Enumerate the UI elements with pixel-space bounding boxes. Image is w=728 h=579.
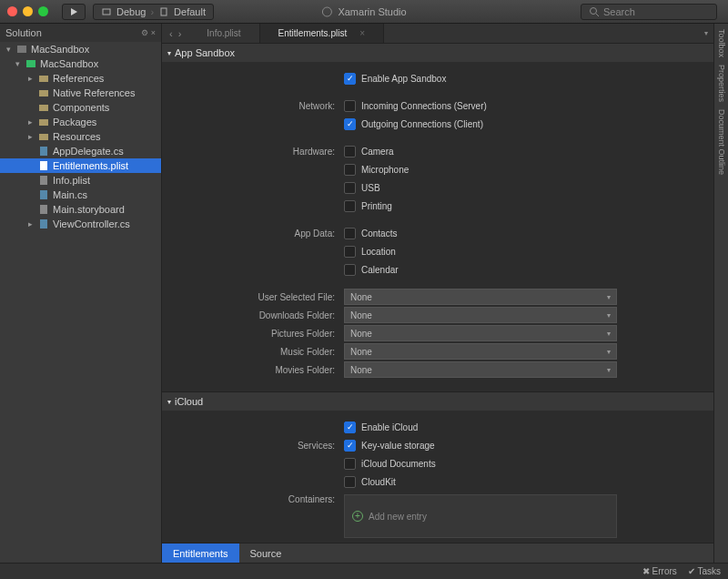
folder-packages[interactable]: ▸Packages [0,115,161,129]
movies-folder-select[interactable]: None▾ [344,361,617,378]
section-icloud-header[interactable]: ▾iCloud [162,392,713,411]
svg-rect-1 [103,9,110,15]
svg-marker-0 [71,8,77,15]
downloads-folder-label: Downloads Folder: [162,310,344,320]
folder-native-references[interactable]: Native References [0,86,161,100]
camera-checkbox[interactable] [344,146,356,157]
tab-info-plist[interactable]: Info.plist [188,24,259,43]
editor-tabbar: ‹› Info.plist Entitlements.plist× ▾ [162,24,713,44]
pictures-folder-label: Pictures Folder: [162,329,344,339]
nav-back-button[interactable]: ‹ [169,28,173,39]
user-selected-file-select[interactable]: None▾ [344,289,617,305]
nav-forward-button[interactable]: › [178,28,182,39]
file-info-plist[interactable]: Info.plist [0,173,161,188]
hardware-label: Hardware: [162,147,344,157]
file-main-storyboard[interactable]: Main.storyboard [0,202,161,217]
icloud-services-label: Services: [162,441,344,451]
svg-rect-13 [40,147,47,156]
minimize-window-button[interactable] [23,6,33,16]
svg-line-5 [596,14,599,16]
svg-rect-8 [39,76,48,82]
solution-pad: Solution⚙ × ▾MacSandbox ▾MacSandbox ▸Ref… [0,24,162,563]
view-switcher: Entitlements Source [162,543,713,563]
maximize-window-button[interactable] [38,6,48,16]
usb-checkbox[interactable] [344,182,356,194]
close-tab-icon[interactable]: × [359,28,365,38]
app-icon [321,6,332,17]
svg-rect-9 [39,90,48,96]
file-entitlements-plist[interactable]: Entitlements.plist [0,158,161,173]
key-value-storage-checkbox[interactable] [344,440,356,452]
file-main-cs[interactable]: Main.cs [0,188,161,202]
icloud-containers-label: Containers: [162,494,344,504]
app-title: Xamarin Studio [338,6,406,17]
location-checkbox[interactable] [344,246,356,258]
icloud-documents-checkbox[interactable] [344,458,356,470]
svg-rect-15 [40,176,47,185]
statusbar: ✖ Errors ✔ Tasks [0,563,728,579]
network-label: Network: [162,101,344,111]
svg-rect-18 [40,219,47,229]
svg-rect-16 [40,190,47,199]
movies-folder-label: Movies Folder: [162,365,344,375]
svg-rect-10 [39,105,48,111]
project-node[interactable]: ▾MacSandbox [0,56,161,71]
source-view-tab[interactable]: Source [239,543,293,563]
appdata-label: App Data: [162,229,344,239]
enable-icloud-checkbox[interactable] [344,422,356,433]
svg-point-3 [322,7,331,16]
panel-options-icon[interactable]: ⚙ × [141,28,156,37]
search-icon [589,6,600,17]
icloud-containers-list[interactable]: +Add new entry [344,494,617,538]
svg-rect-2 [161,8,167,15]
svg-rect-7 [26,60,35,67]
document-outline-pad-tab[interactable]: Document Outline [717,109,726,175]
folder-components[interactable]: Components [0,100,161,115]
solution-root[interactable]: ▾MacSandbox [0,42,161,56]
enable-app-sandbox-checkbox[interactable] [344,73,356,85]
tab-chevron-icon[interactable]: ▾ [699,24,713,43]
errors-button[interactable]: ✖ Errors [642,566,677,576]
contacts-checkbox[interactable] [344,228,356,239]
close-window-button[interactable] [7,6,17,16]
outgoing-connections-checkbox[interactable] [344,118,356,130]
folder-references[interactable]: ▸References [0,71,161,86]
titlebar: Debug › Default Xamarin Studio Search [0,0,728,24]
run-button[interactable] [62,4,86,20]
section-app-sandbox-header[interactable]: ▾App Sandbox [162,44,713,62]
cloudkit-checkbox[interactable] [344,476,356,488]
search-input[interactable]: Search [581,4,717,20]
svg-rect-17 [40,205,47,214]
add-icon[interactable]: + [352,511,363,522]
svg-rect-6 [17,46,26,53]
downloads-folder-select[interactable]: None▾ [344,307,617,323]
configuration-picker[interactable]: Debug › Default [93,4,214,20]
file-viewcontroller-cs[interactable]: ▸ViewController.cs [0,217,161,231]
printing-checkbox[interactable] [344,200,356,212]
music-folder-select[interactable]: None▾ [344,343,617,360]
incoming-connections-checkbox[interactable] [344,100,356,112]
folder-resources[interactable]: ▸Resources [0,129,161,144]
tasks-button[interactable]: ✔ Tasks [688,566,721,576]
properties-pad-tab[interactable]: Properties [717,65,726,102]
svg-rect-11 [39,119,48,126]
entitlements-editor[interactable]: ▾App Sandbox Enable App Sandbox Network:… [162,44,713,543]
svg-rect-14 [40,161,47,170]
microphone-checkbox[interactable] [344,164,356,176]
svg-point-4 [591,7,597,14]
pictures-folder-select[interactable]: None▾ [344,325,617,341]
entitlements-view-tab[interactable]: Entitlements [162,543,239,563]
tab-entitlements-plist[interactable]: Entitlements.plist× [260,24,384,43]
solution-panel-title: Solution [5,27,42,38]
user-selected-file-label: User Selected File: [162,292,344,302]
solution-tree[interactable]: ▾MacSandbox ▾MacSandbox ▸References Nati… [0,42,161,563]
svg-rect-12 [39,134,48,140]
file-appdelegate[interactable]: AppDelegate.cs [0,144,161,158]
right-dock: Toolbox Properties Document Outline [713,24,728,563]
music-folder-label: Music Folder: [162,347,344,357]
toolbox-pad-tab[interactable]: Toolbox [717,29,726,57]
calendar-checkbox[interactable] [344,264,356,276]
